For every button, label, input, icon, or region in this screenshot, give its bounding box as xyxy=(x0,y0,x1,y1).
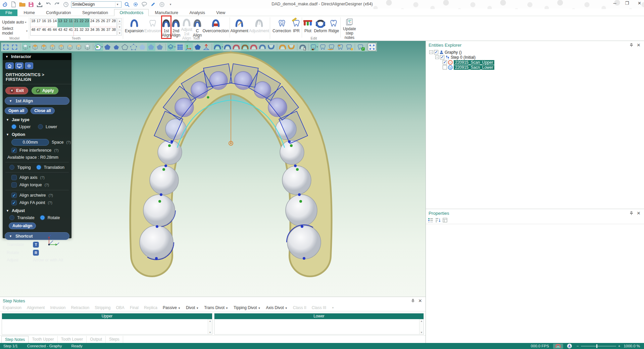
align-fa-point-checkbox[interactable]: ✓ xyxy=(11,200,17,205)
model-import-dropdown[interactable]: ▾ xyxy=(95,43,103,51)
move-axes-icon[interactable] xyxy=(185,43,193,51)
free-interference-checkbox[interactable]: ✓ xyxy=(11,148,17,153)
solid-cube-icon[interactable] xyxy=(193,43,202,51)
collapse-box-icon[interactable]: − xyxy=(429,50,433,54)
view-front-icon[interactable] xyxy=(31,43,39,51)
tooth-cell-45[interactable]: 45 xyxy=(47,27,52,36)
jaw-select-cursor-icon[interactable] xyxy=(299,43,307,51)
shell-shaded-icon[interactable] xyxy=(138,43,147,51)
tab-step-notes[interactable]: Step Notes xyxy=(1,336,29,343)
tooth-cell-27[interactable]: 27 xyxy=(106,18,111,27)
pencil-icon[interactable] xyxy=(150,1,156,8)
tooth-cell-41[interactable]: 41 xyxy=(68,27,73,36)
tab-segmentation[interactable]: Segmentation xyxy=(77,9,113,16)
free-interference-help[interactable]: (?) xyxy=(54,148,58,152)
translate-radio[interactable] xyxy=(9,215,14,220)
tooth-cell-42[interactable]: 42 xyxy=(63,27,68,36)
scroll-up-icon[interactable]: ▲ xyxy=(209,320,211,322)
view-back-icon[interactable] xyxy=(40,43,48,51)
tooth-cell-12[interactable]: 12 xyxy=(63,18,68,27)
tooth-cell-22[interactable]: 22 xyxy=(79,18,84,27)
occlusion-map-icon[interactable] xyxy=(279,43,287,51)
tooth-cell-32[interactable]: 32 xyxy=(79,27,84,36)
sn-divot-dropdown[interactable]: Divot▼ xyxy=(186,305,199,310)
tooth-cell-38[interactable]: 38 xyxy=(111,27,116,36)
pin-icon[interactable] xyxy=(629,42,634,48)
step0-label[interactable]: Step 0 (Initial) xyxy=(451,55,476,60)
align-axis-help[interactable]: (?) xyxy=(40,176,45,180)
tooth-cell-24[interactable]: 24 xyxy=(90,18,95,27)
scan-lower-label[interactable]: 220915_Sacn_Lower xyxy=(454,65,494,70)
edit-update-step-notes[interactable]: Update step notes xyxy=(342,16,357,39)
tree-row-scan-upper[interactable]: ✓ ∩ 220915_Scan_Upper xyxy=(443,60,644,65)
zoom-out-icon[interactable]: − xyxy=(577,344,579,348)
tool-c-align[interactable]: C Align xyxy=(193,16,202,39)
pin-icon[interactable] xyxy=(629,210,634,216)
history-icon[interactable] xyxy=(62,1,69,8)
tooth-cell-15[interactable]: 15 xyxy=(47,18,52,27)
view-bottom-icon[interactable] xyxy=(75,43,83,51)
tooth-cell-35[interactable]: 35 xyxy=(95,27,100,36)
scroll-up-icon[interactable]: ▲ xyxy=(420,320,423,322)
zoom-slider-handle[interactable] xyxy=(596,344,597,348)
tab-file[interactable]: File xyxy=(0,9,17,16)
home-button[interactable] xyxy=(5,62,14,69)
mesh-icon[interactable] xyxy=(158,1,165,8)
scan-upper-label[interactable]: 220915_Scan_Upper xyxy=(454,60,494,65)
tool-1st-align[interactable]: 1st Align xyxy=(162,16,171,38)
step0-checkbox[interactable]: ✓ xyxy=(440,55,444,59)
jaw-upper-icon[interactable] xyxy=(258,43,267,51)
align-axis-checkbox[interactable] xyxy=(11,175,17,180)
view-right-icon[interactable] xyxy=(57,43,65,51)
shell-small-icon[interactable] xyxy=(112,43,120,51)
tooth-cell-14[interactable]: 14 xyxy=(52,18,57,27)
jaw-compare-icon[interactable] xyxy=(232,43,241,51)
tooth-cell-47[interactable]: 47 xyxy=(36,27,41,36)
tooth-cell-25[interactable]: 25 xyxy=(95,18,100,27)
minimize-button[interactable]: ─ xyxy=(613,1,616,6)
tooth-cell-13[interactable]: 13 xyxy=(57,18,63,27)
tool-expansion[interactable]: Expansion xyxy=(125,16,144,39)
tab-tooth-upper[interactable]: Tooth Upper xyxy=(29,336,57,343)
sn-tipping-divot-dropdown[interactable]: Tipping Divot▼ xyxy=(234,305,261,310)
collapse-box-icon[interactable]: − xyxy=(435,55,439,59)
zoom-in-icon[interactable]: + xyxy=(618,344,621,348)
space-input[interactable] xyxy=(11,139,49,146)
view-top-icon[interactable] xyxy=(66,43,74,51)
option-header[interactable]: ▼Option xyxy=(3,130,71,138)
tree-row-graphy[interactable]: − ✓ Graphy () xyxy=(429,50,644,55)
zoom-slider[interactable]: − + xyxy=(577,344,620,348)
view-left-icon[interactable] xyxy=(48,43,57,51)
scroll-down-icon[interactable]: ▼ xyxy=(420,331,423,334)
tooth-cell-18[interactable]: 18 xyxy=(31,18,36,27)
shell-filled-icon[interactable] xyxy=(103,43,112,51)
save-icon[interactable] xyxy=(28,1,34,8)
shell-outline-icon[interactable] xyxy=(121,43,129,51)
tooth-visibility-dropdown[interactable]: ▾ xyxy=(310,43,318,51)
tree-row-step0[interactable]: − ✓ Step 0 (Initial) xyxy=(435,55,644,60)
edit-deform[interactable]: Deform xyxy=(314,16,327,39)
arch-curve-icon[interactable] xyxy=(287,43,296,51)
rotate-radio[interactable] xyxy=(40,215,45,220)
shell-faceted-icon[interactable] xyxy=(156,43,164,51)
view-iso-icon[interactable] xyxy=(83,43,92,51)
tooth-cell-28[interactable]: 28 xyxy=(111,18,116,27)
viewport-3d[interactable]: ▾ ▾ ▾ ▾ xyxy=(0,41,426,297)
sn-overflow-icon[interactable]: ▼ xyxy=(332,306,334,309)
collapse-triangle-icon[interactable]: ▼ xyxy=(5,55,8,58)
space-help[interactable]: (?) xyxy=(66,140,70,144)
display-button[interactable] xyxy=(15,62,23,69)
graphy-label[interactable]: Graphy () xyxy=(445,50,462,55)
align-torque-checkbox[interactable] xyxy=(11,182,17,188)
jaw-visibility-dropdown[interactable]: ▾ xyxy=(213,43,223,51)
panel-corners-icon[interactable] xyxy=(2,43,10,51)
lower-table-scrollbar[interactable]: ▲▼ xyxy=(419,319,424,334)
section-1st-align[interactable]: ▼ 1st Align xyxy=(5,97,69,105)
tool-2nd-align[interactable]: 2nd Align xyxy=(171,16,181,39)
close-all-button[interactable]: Close all xyxy=(31,107,54,114)
tooth-cell-17[interactable]: 17 xyxy=(36,18,41,27)
sn-trans-divot-dropdown[interactable]: Trans Divot▼ xyxy=(204,305,228,310)
grid-view-icon[interactable] xyxy=(176,43,184,51)
tool-alignment[interactable]: Alignment xyxy=(231,16,248,39)
tooth-cell-21[interactable]: 21 xyxy=(73,18,79,27)
